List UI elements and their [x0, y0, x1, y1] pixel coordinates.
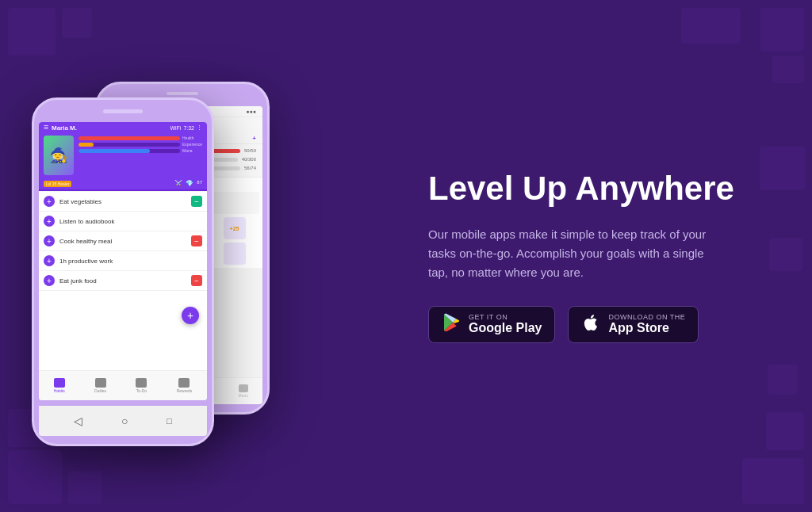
main-content: 7:16 PM ●●● Rewards + — [0, 0, 812, 512]
task-productive-work: + 1h productive work — [39, 251, 207, 271]
google-play-sub-label: GET IT ON — [469, 313, 542, 321]
level-badge: Lvl 15 Healer — [44, 181, 71, 187]
app-store-label: App Store — [608, 321, 685, 335]
android-nav-todo[interactable]: To-Do — [136, 378, 147, 393]
android-nav-rewards[interactable]: Rewards — [177, 378, 193, 393]
task-eat-vegetables: + Eat vegetables − — [39, 192, 207, 212]
task-listen-audiobook: + Listen to audiobook — [39, 212, 207, 231]
google-play-label: Google Play — [469, 321, 542, 335]
content-section: Level Up Anywhere Our mobile apps make i… — [396, 169, 812, 342]
google-play-button[interactable]: GET IT ON Google Play — [428, 306, 555, 343]
reward-coin: +25 — [224, 217, 246, 239]
phones-showcase: 7:16 PM ●●● Rewards + — [0, 58, 396, 454]
android-back-btn: ◁ — [74, 415, 82, 427]
ios-nav-item-menu: Menu — [239, 384, 249, 398]
store-buttons-container: GET IT ON Google Play Download on the Ap… — [428, 306, 780, 343]
main-description: Our mobile apps make it simple to keep t… — [428, 225, 714, 282]
ios-speaker — [167, 92, 198, 95]
google-play-icon — [442, 313, 461, 336]
app-store-sub-label: Download on the — [608, 313, 685, 321]
task-cook-meal: + Cook healthy meal − — [39, 231, 207, 251]
android-phone: ☰ Maria M. WiFi 7:32 ⋮ 🧙 — [32, 97, 214, 446]
app-store-button[interactable]: Download on the App Store — [568, 306, 699, 343]
android-nav-dailies[interactable]: Dailies — [94, 378, 106, 393]
android-username: Maria M. — [52, 124, 77, 132]
fab-add-button[interactable]: + — [182, 307, 199, 324]
android-recent-btn: □ — [167, 416, 172, 426]
android-speaker — [103, 109, 143, 113]
reward-item — [224, 243, 246, 265]
task-junk-food: + Eat junk food − — [39, 271, 207, 291]
player-avatar: 🧙 — [44, 136, 74, 175]
android-nav-habits[interactable]: Habits — [54, 378, 65, 393]
android-home-btn: ○ — [121, 415, 128, 427]
main-headline: Level Up Anywhere — [428, 169, 780, 208]
apple-icon — [581, 313, 600, 336]
android-time: 7:32 — [183, 125, 194, 131]
